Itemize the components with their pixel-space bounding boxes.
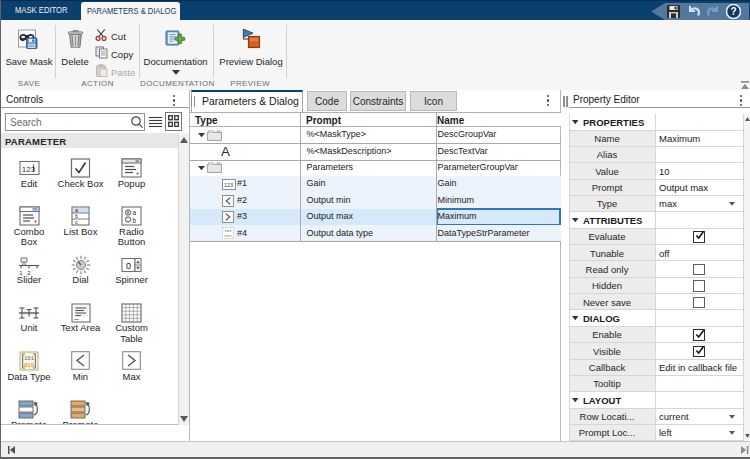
svg-text:000: 000 [225, 234, 233, 238]
svg-text:010: 010 [24, 362, 34, 369]
svg-text:0: 0 [126, 260, 131, 270]
svg-text:101: 101 [225, 230, 233, 234]
svg-text:c: c [75, 219, 78, 225]
svg-text:?: ? [730, 6, 736, 17]
svg-text:a: a [133, 209, 137, 216]
svg-text:123: 123 [224, 182, 233, 188]
svg-text:b: b [133, 217, 137, 224]
